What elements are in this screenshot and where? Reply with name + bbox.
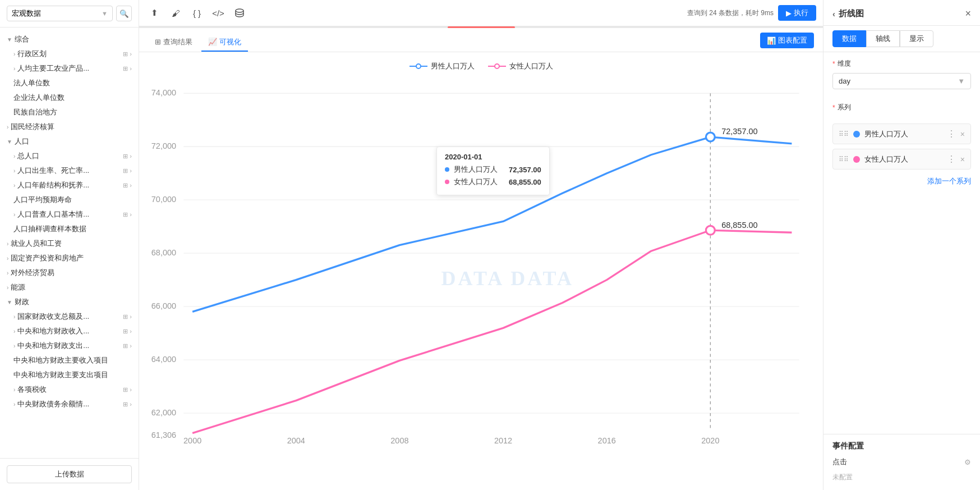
event-section: 事件配置 点击 ⚙ 未配置 [823, 434, 980, 490]
sidebar-item-label: 对外经济贸易 [11, 268, 54, 278]
sidebar-item-财政[interactable]: ▼ 财政 [0, 295, 139, 309]
sidebar: 宏观数据 ▼ 🔍 ▼ 综合 › 行政区划 ⊞ › › 人均主要工农业产品... … [0, 0, 139, 490]
required-star: * [832, 60, 835, 68]
series-name-male: 男性人口万人 [864, 129, 942, 139]
sidebar-footer: 上传数据 [0, 458, 139, 490]
sidebar-item-中央地方支出[interactable]: › 中央和地方财政支出... ⊞ › [0, 338, 139, 353]
panel-tab-data[interactable]: 数据 [832, 30, 866, 47]
sidebar-item-人口年龄[interactable]: › 人口年龄结构和抚养... ⊞ › [0, 178, 139, 193]
toolbar-db-icon[interactable] [231, 4, 248, 21]
sidebar-item-就业人员[interactable]: › 就业人员和工资 [0, 236, 139, 251]
expand-arrow-icon: › [7, 270, 8, 276]
sidebar-item-人口抽样[interactable]: 人口抽样调查样本数据 [0, 222, 139, 236]
toolbar-format-icon[interactable]: 🖌 [167, 4, 184, 21]
sidebar-item-对外经济[interactable]: › 对外经济贸易 [0, 265, 139, 280]
sidebar-item-中央财政债务[interactable]: › 中央财政债务余额情... ⊞ › [0, 397, 139, 411]
main-area: ⬆ 🖌 { } </> 查询到 24 条数据，耗时 9ms ▶ 执行 ⊞ 查询结… [139, 0, 823, 490]
svg-text:66,000: 66,000 [151, 301, 176, 310]
expand-arrow-icon: › [13, 66, 15, 72]
sidebar-item-人口[interactable]: ▼ 人口 [0, 134, 139, 149]
drag-handle-icon[interactable]: ⠿⠿ [839, 155, 849, 163]
sidebar-item-label: 企业法人单位数 [13, 93, 65, 103]
sidebar-item-中央地方收入[interactable]: › 中央和地方财政收入... ⊞ › [0, 324, 139, 338]
sidebar-item-固定资产[interactable]: › 固定资产投资和房地产 [0, 251, 139, 265]
play-icon: ▶ [786, 9, 792, 17]
close-button[interactable]: × [965, 8, 971, 20]
event-title: 事件配置 [832, 441, 971, 451]
series-dot-male [853, 131, 860, 138]
sidebar-item-label: 中央和地方财政主要收入项目 [13, 355, 108, 365]
panel-title-text: 折线图 [839, 8, 864, 19]
sidebar-item-人口普查[interactable]: › 人口普查人口基本情... ⊞ › [0, 207, 139, 222]
search-input[interactable]: 宏观数据 ▼ [7, 6, 113, 21]
search-input-value: 宏观数据 [12, 8, 41, 19]
series-more-icon[interactable]: ⋮ [947, 129, 956, 139]
sidebar-item-行政区划[interactable]: › 行政区划 ⊞ › [0, 47, 139, 61]
drag-handle-icon[interactable]: ⠿⠿ [839, 130, 849, 138]
panel-tab-axis[interactable]: 轴线 [866, 30, 900, 47]
sidebar-item-民族自治[interactable]: 民族自治地方 [0, 105, 139, 120]
chart-config-button[interactable]: 📊 图表配置 [760, 33, 814, 48]
series-remove-male[interactable]: × [960, 130, 965, 139]
tab-query-result[interactable]: ⊞ 查询结果 [148, 34, 199, 52]
expand-arrow-icon: › [13, 153, 15, 159]
svg-text:2016: 2016 [598, 436, 616, 445]
sidebar-item-中央地方主要支出[interactable]: 中央和地方财政主要支出项目 [0, 368, 139, 382]
execute-button[interactable]: ▶ 执行 [778, 5, 816, 21]
toolbar-code-icon[interactable]: </> [210, 4, 227, 21]
expand-arrow-icon: › [7, 255, 8, 262]
search-button[interactable]: 🔍 [116, 6, 132, 21]
legend-male: 男性人口万人 [410, 61, 475, 71]
toolbar-braces-icon[interactable]: { } [188, 4, 205, 21]
dimension-select[interactable]: day ▼ [832, 73, 971, 89]
legend-female-label: 女性人口万人 [509, 61, 553, 71]
sidebar-item-综合[interactable]: ▼ 综合 [0, 32, 139, 47]
tree-icons: ⊞ › [123, 153, 132, 160]
series-remove-female[interactable]: × [960, 155, 965, 164]
tree-icons: ⊞ › [123, 167, 132, 175]
sidebar-item-企业法人[interactable]: 企业法人单位数 [0, 90, 139, 105]
upload-button[interactable]: 上传数据 [7, 465, 132, 483]
sidebar-item-人口出生率[interactable]: › 人口出生率、死亡率... ⊞ › [0, 163, 139, 178]
query-info: 查询到 24 条数据，耗时 9ms [687, 8, 774, 18]
sidebar-item-label: 人口 [15, 136, 29, 146]
expand-arrow-icon: › [13, 51, 15, 57]
sidebar-item-能源[interactable]: › 能源 [0, 280, 139, 295]
sidebar-item-人均主要[interactable]: › 人均主要工农业产品... ⊞ › [0, 61, 139, 76]
sidebar-item-总人口[interactable]: › 总人口 ⊞ › [0, 149, 139, 163]
svg-text:2012: 2012 [494, 436, 512, 445]
panel-tabs: 数据 轴线 显示 [823, 26, 980, 52]
svg-text:72,357.00: 72,357.00 [721, 127, 758, 136]
chart-config-icon: 📊 [767, 36, 776, 45]
gear-icon[interactable]: ⚙ [964, 458, 971, 466]
sidebar-item-label: 中央财政债务余额情... [17, 399, 89, 409]
sidebar-item-各项税收[interactable]: › 各项税收 ⊞ › [0, 382, 139, 397]
tree-icons: ⊞ › [123, 328, 132, 335]
sidebar-item-人口平均[interactable]: 人口平均预期寿命 [0, 193, 139, 207]
series-more-icon[interactable]: ⋮ [947, 154, 956, 164]
sidebar-tree: ▼ 综合 › 行政区划 ⊞ › › 人均主要工农业产品... ⊞ › 法人单位数… [0, 28, 139, 458]
panel-tab-display[interactable]: 显示 [900, 30, 933, 47]
sidebar-item-国家财政[interactable]: › 国家财政收支总额及... ⊞ › [0, 309, 139, 324]
svg-point-16 [706, 132, 715, 141]
svg-text:72,000: 72,000 [151, 141, 176, 150]
sidebar-search-bar: 宏观数据 ▼ 🔍 [0, 0, 139, 28]
tree-icons: ⊞ › [123, 401, 132, 408]
add-series-link[interactable]: 添加一个系列 [823, 174, 980, 189]
tab-visualization[interactable]: 📈 可视化 [201, 34, 248, 52]
chart-svg: 74,000 72,000 70,000 68,000 66,000 64,00… [148, 74, 814, 483]
toolbar-upload-icon[interactable]: ⬆ [146, 4, 163, 21]
back-arrow-icon[interactable]: ‹ [832, 9, 835, 19]
series-dot-female [853, 156, 860, 163]
sidebar-item-国民经济核算[interactable]: › 国民经济核算 [0, 120, 139, 134]
sidebar-item-label: 中央和地方财政主要支出项目 [13, 370, 108, 380]
expand-arrow-icon: ▼ [7, 299, 12, 305]
sidebar-item-label: 人口普查人口基本情... [17, 209, 89, 219]
search-icon: 🔍 [119, 10, 129, 18]
sidebar-item-中央地方主要收入[interactable]: 中央和地方财政主要收入项目 [0, 353, 139, 368]
tree-icons: ⊞ › [123, 313, 132, 320]
sidebar-item-法人单位数[interactable]: 法人单位数 [0, 76, 139, 90]
scroll-bar [448, 26, 515, 28]
sidebar-item-label: 法人单位数 [13, 78, 50, 88]
sidebar-item-label: 财政 [15, 297, 29, 307]
